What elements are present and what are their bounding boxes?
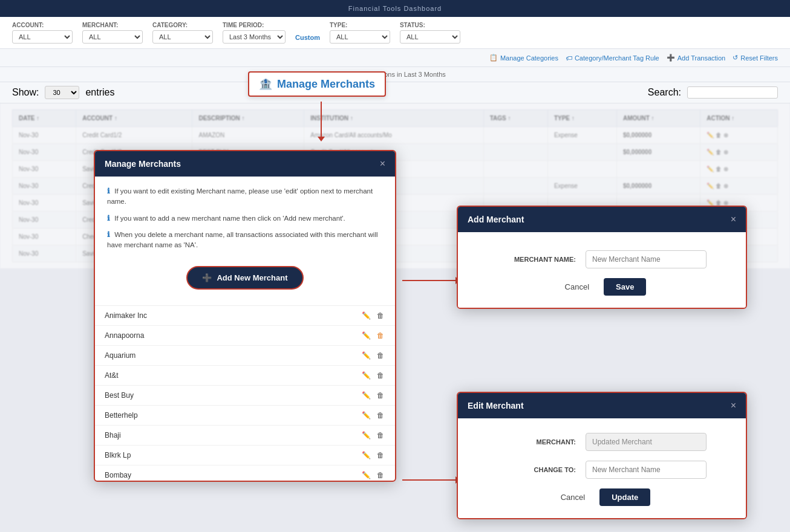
- update-button[interactable]: Update: [599, 488, 650, 506]
- merchant-name: Bhaji: [105, 431, 121, 440]
- edit-merchant-button[interactable]: ✏️: [361, 430, 372, 441]
- modal-add-merchant[interactable]: Add Merchant × MERCHANT NAME: Cancel Sav…: [457, 206, 747, 309]
- merchant-actions: ✏️ 🗑: [361, 470, 385, 481]
- merchant-name: Animaker Inc: [105, 311, 147, 320]
- add-merchant-label: Add New Merchant: [217, 273, 287, 282]
- merchant-select[interactable]: ALL: [82, 30, 143, 44]
- merchant-actions: ✏️ 🗑: [361, 430, 385, 441]
- status-select[interactable]: ALL: [400, 30, 460, 44]
- merchant-name: Best Buy: [105, 391, 134, 400]
- merchant-filter: Merchant: ALL: [82, 22, 143, 44]
- info-text-3: ℹ When you delete a merchant name, all t…: [107, 230, 383, 251]
- action-bar: 📋 Manage Categories 🏷 Category/Merchant …: [0, 49, 790, 67]
- modal-manage-close-button[interactable]: ×: [380, 158, 385, 169]
- status-label: Status:: [400, 22, 460, 28]
- delete-merchant-button[interactable]: 🗑: [376, 330, 385, 341]
- delete-merchant-button[interactable]: 🗑: [376, 370, 385, 381]
- edit-merchant-button[interactable]: ✏️: [361, 390, 372, 401]
- delete-merchant-button[interactable]: 🗑: [376, 430, 385, 441]
- arrow-to-edit-merchant: [402, 479, 457, 481]
- show-label: Show:: [12, 87, 39, 98]
- info-icon-2: ℹ: [107, 215, 110, 222]
- info-text-1: ℹ If you want to edit existing Merchant …: [107, 186, 383, 207]
- manage-merchants-callout[interactable]: 🏦 Manage Merchants: [248, 71, 386, 97]
- merchant-name: Annapoorna: [105, 331, 144, 340]
- modal-edit-body: MERCHANT: CHANGE TO: Cancel Update: [458, 418, 746, 518]
- manage-categories-button[interactable]: 📋 Manage Categories: [489, 54, 558, 62]
- subtitle-bar: 365 Transactions in Last 3 Months: [0, 67, 790, 82]
- type-filter: Type: ALL: [330, 22, 390, 44]
- modal-manage-title: Manage Merchants: [105, 159, 181, 169]
- account-label: Account:: [12, 22, 73, 28]
- merchant-actions: ✏️ 🗑: [361, 450, 385, 461]
- edit-merchant-button[interactable]: ✏️: [361, 470, 372, 481]
- manage-merchants-label: Manage Merchants: [277, 78, 375, 91]
- modal-edit-close-button[interactable]: ×: [731, 400, 736, 411]
- top-bar: Financial Tools Dashboard: [0, 0, 790, 17]
- list-item: Annapoorna ✏️ 🗑: [95, 326, 395, 346]
- edit-merchant-button[interactable]: ✏️: [361, 450, 372, 461]
- delete-merchant-button[interactable]: 🗑: [376, 450, 385, 461]
- time-period-select[interactable]: Last 3 Months: [223, 30, 286, 44]
- merchant-list: Animaker Inc ✏️ 🗑 Annapoorna ✏️ 🗑 Aquari…: [95, 305, 395, 481]
- search-input[interactable]: [687, 86, 778, 99]
- type-select[interactable]: ALL: [330, 30, 390, 44]
- category-merchant-tag-button[interactable]: 🏷 Category/Merchant Tag Rule: [566, 54, 659, 62]
- modal-edit-merchant[interactable]: Edit Merchant × MERCHANT: CHANGE TO: Can…: [457, 392, 747, 519]
- show-entries-select[interactable]: 3050100: [45, 86, 79, 99]
- col-tags: TAGS ↑: [483, 110, 547, 127]
- list-item: Best Buy ✏️ 🗑: [95, 386, 395, 406]
- type-label: Type:: [330, 22, 390, 28]
- edit-merchant-button[interactable]: ✏️: [361, 370, 372, 381]
- modal-add-close-button[interactable]: ×: [731, 214, 736, 225]
- save-button[interactable]: Save: [604, 278, 646, 296]
- change-to-input[interactable]: [586, 461, 707, 479]
- filter-bar: Account: ALL Merchant: ALL Category: ALL…: [0, 17, 790, 49]
- reset-filters-button[interactable]: ↺ Reset Filters: [733, 54, 778, 62]
- merchant-current-input: [586, 433, 707, 451]
- add-new-merchant-button[interactable]: ➕ Add New Merchant: [186, 266, 303, 290]
- category-label: Category:: [152, 22, 213, 28]
- col-account: ACCOUNT ↑: [76, 110, 192, 127]
- info-text-2: ℹ If you want to add a new merchant name…: [107, 213, 383, 224]
- col-date: DATE ↑: [13, 110, 76, 127]
- table-controls: Show: 3050100 entries Search:: [0, 82, 790, 103]
- merchant-actions: ✏️ 🗑: [361, 350, 385, 361]
- merchant-name-label: MERCHANT NAME:: [497, 256, 576, 263]
- merchant-name-input[interactable]: [586, 250, 707, 268]
- app-title: Financial Tools Dashboard: [348, 5, 442, 12]
- modal-add-title: Add Merchant: [468, 215, 524, 224]
- merchant-name: At&t: [105, 371, 119, 380]
- col-action: ACTION ↑: [700, 110, 778, 127]
- account-select[interactable]: ALL: [12, 30, 73, 44]
- arrow-to-add-merchant: [402, 280, 457, 281]
- modal-add-header: Add Merchant ×: [458, 207, 746, 232]
- modal-edit-title: Edit Merchant: [468, 401, 524, 410]
- category-select[interactable]: ALL: [152, 30, 213, 44]
- edit-merchant-button[interactable]: ✏️: [361, 310, 372, 321]
- table-row: Nov-30 Credit Card1/2 AMAZON Amazon Card…: [13, 127, 778, 144]
- merchant-label: Merchant:: [82, 22, 143, 28]
- delete-merchant-button[interactable]: 🗑: [376, 310, 385, 321]
- edit-merchant-button[interactable]: ✏️: [361, 330, 372, 341]
- modal-manage-merchants[interactable]: Manage Merchants × ℹ If you want to edit…: [94, 150, 396, 482]
- merchant-actions: ✏️ 🗑: [361, 390, 385, 401]
- merchant-actions: ✏️ 🗑: [361, 370, 385, 381]
- entries-label: entries: [85, 87, 114, 98]
- edit-cancel-button[interactable]: Cancel: [553, 488, 592, 506]
- info-icon-1: ℹ: [107, 187, 110, 195]
- bank-icon: 🏦: [259, 77, 272, 91]
- delete-merchant-button[interactable]: 🗑: [376, 390, 385, 401]
- add-cancel-button[interactable]: Cancel: [558, 278, 596, 296]
- delete-merchant-button[interactable]: 🗑: [376, 470, 385, 481]
- custom-link[interactable]: Custom: [295, 34, 320, 44]
- delete-merchant-button[interactable]: 🗑: [376, 350, 385, 361]
- delete-merchant-button[interactable]: 🗑: [376, 410, 385, 421]
- search-label: Search:: [648, 87, 681, 98]
- time-period-label: Time Period:: [223, 22, 286, 28]
- add-transaction-button[interactable]: ➕ Add Transaction: [667, 54, 726, 62]
- merchant-actions: ✏️ 🗑: [361, 410, 385, 421]
- category-filter: Category: ALL: [152, 22, 213, 44]
- edit-merchant-button[interactable]: ✏️: [361, 350, 372, 361]
- edit-merchant-button[interactable]: ✏️: [361, 410, 372, 421]
